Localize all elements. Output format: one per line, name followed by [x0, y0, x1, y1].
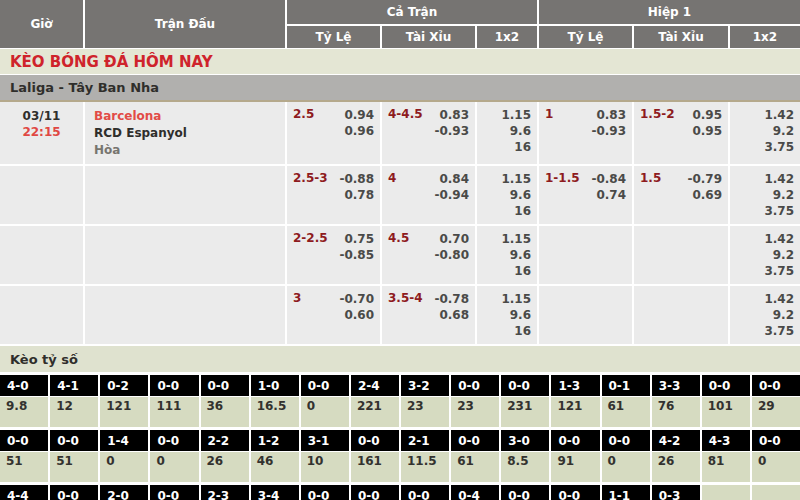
score-label[interactable]: 3-1: [301, 430, 349, 451]
score-odds[interactable]: 231: [501, 397, 549, 427]
score-odds[interactable]: 46: [251, 452, 299, 482]
score-label[interactable]: 2-1: [401, 430, 449, 451]
score-label[interactable]: 0-0: [752, 430, 800, 451]
score-label[interactable]: 0-4: [451, 485, 499, 500]
score-odds[interactable]: 81: [702, 452, 750, 482]
ft-overunder-cell[interactable]: 4.5 0.70-0.80: [382, 226, 475, 284]
score-odds[interactable]: 26: [652, 452, 700, 482]
h1-overunder-cell[interactable]: 1.5-2 0.950.95: [634, 102, 728, 164]
score-odds[interactable]: 0: [752, 452, 800, 482]
score-label[interactable]: 4-2: [652, 430, 700, 451]
score-label[interactable]: 2-4: [351, 375, 399, 396]
score-odds[interactable]: 16.5: [251, 397, 299, 427]
score-label[interactable]: 0-0: [451, 430, 499, 451]
score-odds[interactable]: 0: [150, 452, 198, 482]
score-label[interactable]: 4-3: [702, 430, 750, 451]
score-label[interactable]: 0-0: [501, 485, 549, 500]
score-label[interactable]: 3-3: [652, 375, 700, 396]
score-odds[interactable]: 9.8: [0, 397, 48, 427]
away-team-name[interactable]: RCD Espanyol: [94, 125, 279, 142]
score-odds[interactable]: 36: [201, 397, 249, 427]
score-odds[interactable]: 11.5: [401, 452, 449, 482]
score-odds[interactable]: 121: [100, 397, 148, 427]
score-label[interactable]: 4-0: [0, 375, 48, 396]
score-label[interactable]: 0-0: [351, 485, 399, 500]
score-label[interactable]: 0-0: [201, 375, 249, 396]
score-label[interactable]: 0-0: [301, 375, 349, 396]
score-label[interactable]: 0-0: [752, 375, 800, 396]
score-label[interactable]: 4-1: [50, 375, 98, 396]
score-odds[interactable]: 111: [150, 397, 198, 427]
score-label[interactable]: 3-0: [501, 430, 549, 451]
score-label[interactable]: 4-4: [0, 485, 48, 500]
h1-1x2-cell[interactable]: 1.429.23.75: [730, 102, 800, 164]
score-label[interactable]: 0-1: [602, 375, 650, 396]
score-odds[interactable]: 0: [301, 397, 349, 427]
score-label[interactable]: 2-3: [201, 485, 249, 500]
score-odds[interactable]: 51: [50, 452, 98, 482]
ft-handicap-cell[interactable]: 3 -0.700.60: [287, 286, 380, 344]
home-team-name[interactable]: Barcelona: [94, 108, 279, 125]
score-label[interactable]: 0-0: [602, 430, 650, 451]
ft-overunder-cell[interactable]: 4 0.84-0.94: [382, 166, 475, 224]
ft-1x2-cell[interactable]: 1.159.616: [477, 102, 537, 164]
score-label[interactable]: 1-1: [602, 485, 650, 500]
score-label[interactable]: 3-2: [401, 375, 449, 396]
score-label[interactable]: 0-0: [451, 375, 499, 396]
ft-handicap-cell[interactable]: 2.5 0.940.96: [287, 102, 380, 164]
score-label[interactable]: 2-0: [100, 485, 148, 500]
score-label[interactable]: 0-0: [551, 430, 599, 451]
h1-handicap-cell[interactable]: 1 0.83-0.93: [539, 102, 632, 164]
score-label[interactable]: 1-3: [551, 375, 599, 396]
ft-overunder-cell[interactable]: 3.5-4 -0.780.68: [382, 286, 475, 344]
score-odds[interactable]: 61: [451, 452, 499, 482]
ft-overunder-cell[interactable]: 4-4.5 0.83-0.93: [382, 102, 475, 164]
score-odds[interactable]: 10: [301, 452, 349, 482]
score-odds[interactable]: 23: [451, 397, 499, 427]
score-label[interactable]: 3-4: [251, 485, 299, 500]
score-odds[interactable]: 8.5: [501, 452, 549, 482]
score-odds[interactable]: 76: [652, 397, 700, 427]
score-label[interactable]: 0-0: [551, 485, 599, 500]
score-label[interactable]: 0-0: [702, 375, 750, 396]
score-odds[interactable]: 51: [0, 452, 48, 482]
score-label[interactable]: 0-0: [501, 375, 549, 396]
ft-handicap-cell[interactable]: 2.5-3 -0.880.78: [287, 166, 380, 224]
score-label[interactable]: 0-3: [652, 485, 700, 500]
score-label[interactable]: 0-2: [100, 375, 148, 396]
score-label[interactable]: 0-0: [301, 485, 349, 500]
score-odds[interactable]: 23: [401, 397, 449, 427]
score-label[interactable]: 0-0: [401, 485, 449, 500]
ft-handicap-cell[interactable]: 2-2.5 0.75-0.85: [287, 226, 380, 284]
score-label[interactable]: 0-0: [150, 375, 198, 396]
score-label[interactable]: 1-0: [251, 375, 299, 396]
h1-handicap-cell[interactable]: 1-1.5 -0.840.74: [539, 166, 632, 224]
score-odds[interactable]: 12: [50, 397, 98, 427]
score-label[interactable]: 2-2: [201, 430, 249, 451]
score-label[interactable]: 1-4: [100, 430, 148, 451]
score-label[interactable]: 0-0: [150, 485, 198, 500]
ft-1x2-cell[interactable]: 1.159.616: [477, 286, 537, 344]
h1-1x2-cell[interactable]: 1.429.23.75: [730, 166, 800, 224]
score-odds[interactable]: 121: [551, 397, 599, 427]
score-label[interactable]: 0-0: [150, 430, 198, 451]
score-odds[interactable]: 91: [551, 452, 599, 482]
score-odds[interactable]: 29: [752, 397, 800, 427]
score-odds[interactable]: 161: [351, 452, 399, 482]
score-label[interactable]: 0-0: [50, 485, 98, 500]
score-label[interactable]: 0-0: [351, 430, 399, 451]
score-odds[interactable]: 26: [201, 452, 249, 482]
score-label[interactable]: 0-0: [0, 430, 48, 451]
score-label[interactable]: 1-2: [251, 430, 299, 451]
ft-1x2-cell[interactable]: 1.159.616: [477, 166, 537, 224]
h1-1x2-cell[interactable]: 1.429.23.75: [730, 286, 800, 344]
score-odds[interactable]: 0: [100, 452, 148, 482]
ft-1x2-cell[interactable]: 1.159.616: [477, 226, 537, 284]
h1-overunder-cell[interactable]: 1.5 -0.790.69: [634, 166, 728, 224]
score-odds[interactable]: 101: [702, 397, 750, 427]
score-odds[interactable]: 221: [351, 397, 399, 427]
h1-1x2-cell[interactable]: 1.429.23.75: [730, 226, 800, 284]
score-odds[interactable]: 0: [602, 452, 650, 482]
score-odds[interactable]: 61: [602, 397, 650, 427]
score-label[interactable]: 0-0: [50, 430, 98, 451]
